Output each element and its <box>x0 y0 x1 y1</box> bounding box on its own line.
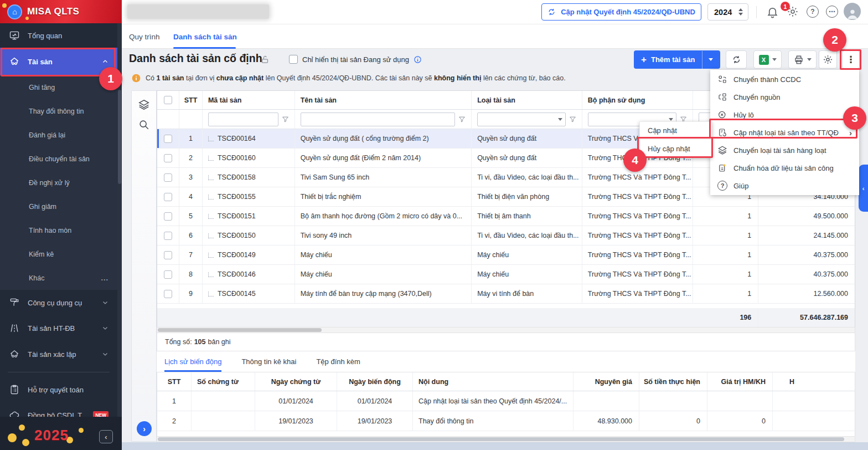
table-row[interactable]: 9 TSCĐ00145 Máy tính để bàn truy cập mạn… <box>157 284 855 304</box>
table-row[interactable]: 6 TSCĐ00150 Tivi sony 49 inch Ti vi, đầu… <box>157 226 855 246</box>
refresh-icon <box>732 55 741 64</box>
only-in-use-checkbox[interactable] <box>289 55 298 64</box>
sidebar-item-ho-tro-quyet-toan[interactable]: Hỗ trợ quyết toán <box>0 377 117 402</box>
person-icon <box>846 8 859 20</box>
col-nguyen-gia[interactable]: Nguyên giá <box>574 372 639 391</box>
row-checkbox[interactable] <box>164 232 172 240</box>
info-icon[interactable] <box>414 55 422 64</box>
filter-funnel-icon[interactable] <box>458 116 466 123</box>
scrollbar-thumb[interactable] <box>158 328 322 332</box>
sidebar-item-tai-san-xac-lap[interactable]: Tài sản xác lập <box>0 341 117 367</box>
sidebar-item-cong-cu-dung-cu[interactable]: Công cụ dụng cụ <box>0 290 117 315</box>
menu-item-chuyen-loai-hang-loat[interactable]: Chuyển loại tài sản hàng loạt <box>710 141 859 159</box>
row-checkbox[interactable] <box>164 173 172 182</box>
filter-funnel-icon[interactable] <box>282 116 289 123</box>
cell-type: Ti vi, đầu Video, các loại đầu th... <box>472 168 582 187</box>
cell-qty: 1 <box>693 226 758 245</box>
collapse-side-panel-button[interactable]: ‹ <box>859 165 868 212</box>
col-bo-phan-su-dung[interactable]: Bộ phận sử dụng <box>582 91 694 109</box>
sidebar-item-overview[interactable]: Tổng quan <box>0 23 117 48</box>
page-tabs: Quy trình Danh sách tài sản <box>122 24 868 49</box>
more-dots-icon[interactable]: ... <box>101 274 108 282</box>
scrollbar-thumb[interactable] <box>158 437 844 441</box>
filter-funnel-icon[interactable] <box>569 116 576 123</box>
filter-type-input[interactable] <box>478 113 558 126</box>
select-all-checkbox[interactable] <box>164 96 172 104</box>
col-ngay-chung-tu[interactable]: Ngày chứng từ <box>255 372 337 391</box>
table-row[interactable]: 8 TSCĐ00146 Máy chiếu Máy chiếu Trường T… <box>157 265 855 284</box>
col-stt[interactable]: STT <box>179 91 203 109</box>
filter-name-input[interactable] <box>301 113 452 126</box>
col-ma-tai-san[interactable]: Mã tài sản <box>203 91 295 109</box>
add-asset-dropdown[interactable] <box>702 58 719 61</box>
col-noi-dung[interactable]: Nội dung <box>413 372 574 391</box>
tree-twig-icon <box>208 292 214 296</box>
row-checkbox[interactable] <box>164 154 172 162</box>
year-stepper[interactable] <box>738 8 748 16</box>
tab-quy-trinh[interactable]: Quy trình <box>129 24 160 49</box>
row-checkbox[interactable] <box>164 270 172 279</box>
sidebar-item-dieu-chuyen-tai-san[interactable]: Điều chuyển tài sản <box>0 147 117 171</box>
tab-danh-sach-tai-san[interactable]: Danh sách tài sản <box>173 24 237 49</box>
user-avatar[interactable] <box>844 3 861 20</box>
sidebar-item-thay-doi-thong-tin[interactable]: Thay đổi thông tin <box>0 99 117 123</box>
history-row[interactable]: 1 01/01/2024 01/01/2024 Cập nhật loại tà… <box>157 391 855 411</box>
menu-item-chuyen-nguon[interactable]: Chuyển nguồn <box>710 88 859 106</box>
settings-gear-icon[interactable] <box>787 6 799 18</box>
row-checkbox[interactable] <box>164 290 172 298</box>
help-icon[interactable]: ? <box>807 6 819 18</box>
sidebar-item-kiem-ke[interactable]: Kiểm kê <box>0 242 117 266</box>
col-ngay-bien-dong[interactable]: Ngày biến động <box>337 372 413 391</box>
filter-code-input[interactable] <box>209 113 275 126</box>
cell-amount: 0 <box>639 411 707 431</box>
print-button[interactable] <box>788 50 817 69</box>
sidebar-scrollbar-thumb[interactable] <box>118 90 121 184</box>
horizontal-scrollbar[interactable] <box>157 327 855 333</box>
update-decision-button[interactable]: Cập nhật Quyết định 45/2024/QĐ-UBND <box>541 3 701 21</box>
horizontal-scrollbar[interactable] <box>157 436 855 442</box>
menu-item-giup[interactable]: ? Giúp <box>710 177 859 195</box>
sidebar-item-tinh-hao-mon[interactable]: Tính hao mòn <box>0 218 117 242</box>
col-partial[interactable]: H <box>773 372 855 391</box>
refresh-button[interactable] <box>726 50 747 69</box>
sidebar-item-de-nghi-xu-ly[interactable]: Đề nghị xử lý <box>0 171 117 195</box>
export-excel-button[interactable]: X <box>753 50 782 69</box>
dropdown-caret-icon[interactable] <box>558 118 562 121</box>
table-row[interactable]: 5 TSCĐ00151 Bộ âm thanh học đường (Gồm 2… <box>157 207 855 226</box>
sidebar-item-ghi-giam[interactable]: Ghi giảm <box>0 195 117 218</box>
sidebar-item-tai-san-ht-db[interactable]: Tài sản HT-ĐB <box>0 315 117 341</box>
row-checkbox[interactable] <box>164 212 172 221</box>
row-checkbox[interactable] <box>164 193 172 201</box>
col-so-chung-tu[interactable]: Số chứng từ <box>192 372 255 391</box>
cell-type: Máy vi tính để bàn <box>472 284 582 303</box>
sidebar-item-khac[interactable]: Khác... <box>0 266 117 290</box>
tab-thong-tin-ke-khai[interactable]: Thông tin kê khai <box>241 351 296 372</box>
col-loai-tai-san[interactable]: Loại tài sản <box>472 91 582 109</box>
tab-lich-su-bien-dong[interactable]: Lịch sử biến động <box>164 351 221 372</box>
table-row[interactable]: 7 TSCĐ00149 Máy chiếu Máy chiếu Trường T… <box>157 246 855 265</box>
menu-item-chuyen-thanh-ccdc[interactable]: Chuyển thành CCDC <box>710 70 859 88</box>
history-row[interactable]: 2 19/01/2023 19/01/2023 Thay đổi thông t… <box>157 411 855 431</box>
unlock-icon[interactable] <box>260 54 270 65</box>
layers-icon[interactable] <box>138 99 150 111</box>
col-ten-tai-san[interactable]: Tên tài sản <box>295 91 472 109</box>
cell-name: Thiết bị trắc nghiệm <box>295 187 472 206</box>
expand-panel-button[interactable]: › <box>137 421 152 436</box>
row-checkbox[interactable] <box>164 135 172 143</box>
col-stt[interactable]: STT <box>157 372 192 391</box>
tab-tep-dinh-kem[interactable]: Tệp đính kèm <box>316 351 360 372</box>
add-asset-button[interactable]: +Thêm tài sản <box>634 50 720 69</box>
col-gia-tri-hm-kh[interactable]: Giá trị HM/KH <box>707 372 773 391</box>
search-icon[interactable] <box>138 119 150 131</box>
year-selector[interactable]: 2024 <box>707 3 748 21</box>
row-checkbox[interactable] <box>164 251 172 259</box>
sidebar-item-danh-gia-lai[interactable]: Đánh giá lại <box>0 123 117 147</box>
dropdown-caret-icon[interactable] <box>669 118 673 121</box>
menu-item-chuan-hoa-du-lieu[interactable]: Chuẩn hóa dữ liệu tài sản công <box>710 159 859 177</box>
sidebar-collapse-button[interactable]: ‹ <box>99 430 113 443</box>
col-so-tien-thuc-hien[interactable]: Số tiền thực hiện <box>639 372 707 391</box>
notification-bell-icon[interactable] <box>766 6 779 18</box>
grid-settings-button[interactable] <box>819 50 837 69</box>
feedback-ellipsis-icon[interactable]: ⋯ <box>826 6 838 18</box>
cell-qty: 1 <box>693 284 758 303</box>
